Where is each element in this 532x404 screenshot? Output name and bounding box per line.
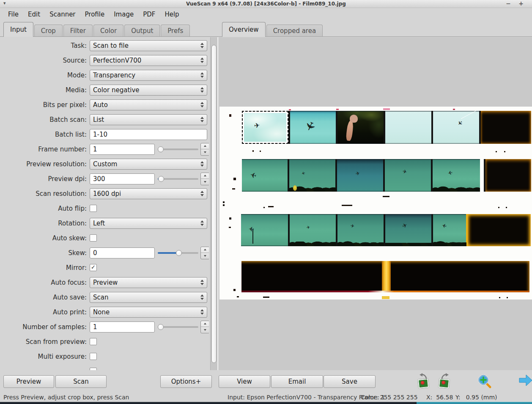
skew-input[interactable]: 0 <box>90 247 155 258</box>
options-button[interactable]: Options+ <box>160 375 212 388</box>
rotate-right-icon[interactable] <box>437 374 453 390</box>
menu-item-pdf[interactable]: PDF <box>138 9 160 19</box>
spinner-up-icon <box>200 191 204 193</box>
rotate-left-icon[interactable] <box>417 374 433 390</box>
number-of-samples-stepper[interactable] <box>200 321 209 333</box>
skew-slider[interactable] <box>158 247 198 259</box>
frame-number-input[interactable]: 1 <box>90 144 155 155</box>
spin-down-button[interactable] <box>201 327 209 333</box>
spinner-arrows-icon <box>200 102 207 107</box>
skew-stepper[interactable] <box>200 247 209 259</box>
tab-output[interactable]: Output <box>124 25 160 37</box>
email-button[interactable]: Email <box>271 375 323 388</box>
tab-filter[interactable]: Filter <box>63 25 93 37</box>
spin-down-button[interactable] <box>201 253 209 259</box>
auto-skew-checkbox[interactable] <box>90 234 97 242</box>
spin-up-button[interactable] <box>201 247 209 253</box>
number-of-samples-slider[interactable] <box>158 321 198 333</box>
field-control: Color negative <box>90 85 207 96</box>
spin-up-button[interactable] <box>201 321 209 327</box>
spinner-up-icon <box>200 117 204 119</box>
slider-handle[interactable] <box>158 176 164 182</box>
tab-color[interactable]: Color <box>93 25 123 37</box>
menu-item-file[interactable]: File <box>3 9 23 19</box>
auto-flip-checkbox[interactable] <box>90 205 97 212</box>
mode-select[interactable]: Transparency <box>90 70 207 81</box>
spin-down-button[interactable] <box>201 179 209 185</box>
field-label: Scan resolution: <box>0 190 87 198</box>
tab-prefs[interactable]: Prefs <box>161 25 190 37</box>
auto-focus-select[interactable]: Preview <box>90 277 207 288</box>
auto-print-select[interactable]: None <box>90 307 207 318</box>
multi-exposure-checkbox[interactable] <box>90 353 97 360</box>
preview-dpi-input[interactable]: 300 <box>90 173 155 184</box>
number-of-samples-input[interactable]: 1 <box>90 322 155 333</box>
film-frame: ✈ <box>385 214 432 246</box>
field-label: Auto flip: <box>0 205 87 212</box>
bits-per-pixel-select[interactable]: Auto <box>90 99 207 110</box>
preview-resolution-select[interactable]: Custom <box>90 159 207 170</box>
item-checkbox[interactable] <box>90 368 97 370</box>
menu-item-edit[interactable]: Edit <box>23 9 45 19</box>
frame-number-stepper[interactable] <box>200 143 209 156</box>
minimize-icon[interactable]: − <box>504 0 513 7</box>
field-label: Rotation: <box>0 220 87 227</box>
preview-dpi-slider[interactable] <box>158 173 198 185</box>
vuescan-window: ▾ VueScan 9 x64 (9.7.08) [24x36Color-b] … <box>0 0 532 404</box>
tab-overview[interactable]: Overview <box>222 22 266 37</box>
settings-scrollbar[interactable] <box>210 37 217 370</box>
preview-dpi-stepper[interactable] <box>200 173 209 185</box>
zoom-in-icon[interactable] <box>477 374 493 390</box>
task-select[interactable]: Scan to file <box>90 40 207 51</box>
select-value: Scan to file <box>90 42 200 49</box>
field-label: Skew: <box>0 249 87 257</box>
spin-up-button[interactable] <box>201 143 209 150</box>
field-control: 1-10 <box>90 129 207 140</box>
settings-tabs: InputCropFilterColorOutputPrefs <box>3 22 191 37</box>
slider-handle[interactable] <box>158 324 164 330</box>
spin-up-button[interactable] <box>201 173 209 179</box>
slider-handle[interactable] <box>158 146 164 152</box>
maximize-icon[interactable]: + <box>517 0 525 7</box>
menu-item-profile[interactable]: Profile <box>80 9 110 19</box>
source-select[interactable]: PerfectionV700 <box>90 55 207 66</box>
menu-item-help[interactable]: Help <box>160 9 184 19</box>
scan-button[interactable]: Scan <box>55 375 107 388</box>
batch-list-input[interactable]: 1-10 <box>90 129 207 140</box>
crowd-silhouette <box>290 242 336 246</box>
slider-handle[interactable] <box>176 250 182 256</box>
frame-number-slider[interactable] <box>158 143 198 155</box>
mirror-checkbox[interactable]: ✓ <box>90 264 97 271</box>
desktop-edge <box>0 402 532 404</box>
crop-marquee[interactable] <box>242 111 288 144</box>
scan-from-preview-checkbox[interactable] <box>90 338 97 345</box>
tab-cropped-area[interactable]: Cropped area <box>266 25 323 37</box>
field-label: Multi exposure: <box>0 353 87 360</box>
panel-border <box>0 36 532 37</box>
dust-speck <box>268 206 274 207</box>
field-control: Preview <box>90 277 207 288</box>
menu-item-scanner[interactable]: Scanner <box>45 9 80 19</box>
preview-button[interactable]: Preview <box>3 375 54 388</box>
save-button[interactable]: Save <box>324 375 376 388</box>
field-label: Frame number: <box>0 146 87 153</box>
field-label: Auto print: <box>0 308 87 316</box>
tab-crop[interactable]: Crop <box>34 25 63 37</box>
spinner-up-icon <box>200 72 204 74</box>
spin-down-button[interactable] <box>201 149 209 155</box>
scan-resolution-select[interactable]: 1600 dpi <box>90 188 207 199</box>
auto-save-select[interactable]: Scan <box>90 292 207 303</box>
scan-preview-image[interactable]: ✈✈✈✈✈✈✈✈✈✈✈✈✈ <box>219 107 532 300</box>
scrollbar-thumb[interactable] <box>211 45 217 363</box>
form-row-number-of-samples: Number of samples:1 <box>0 319 209 334</box>
rotation-select[interactable]: Left <box>90 218 207 229</box>
field-label: Bits per pixel: <box>0 101 87 109</box>
view-button[interactable]: View <box>219 375 270 388</box>
tab-input[interactable]: Input <box>3 22 33 37</box>
batch-scan-select[interactable]: List <box>90 114 207 125</box>
media-select[interactable]: Color negative <box>90 85 207 96</box>
spinner-arrows-icon <box>200 161 207 167</box>
next-frame-icon[interactable] <box>518 374 532 390</box>
form-row-task: Task:Scan to file <box>0 38 209 53</box>
menu-item-image[interactable]: Image <box>109 9 138 19</box>
